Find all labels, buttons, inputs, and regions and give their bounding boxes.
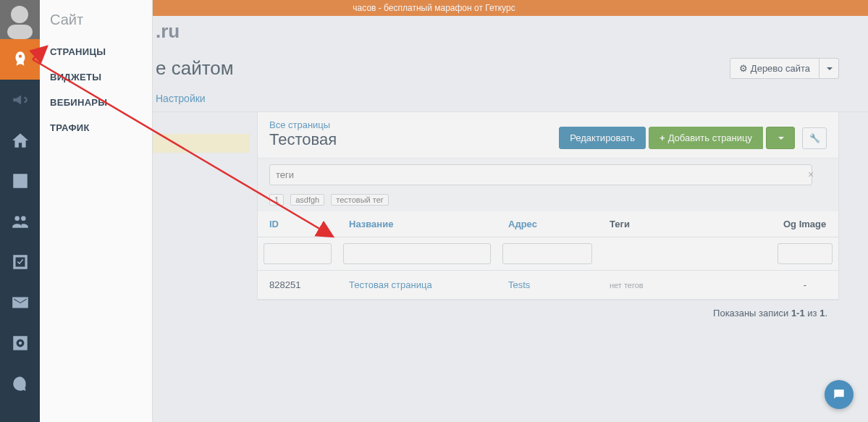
- add-page-caret[interactable]: [766, 127, 795, 149]
- tag-chip-1[interactable]: 1: [269, 194, 284, 206]
- tools-button[interactable]: [802, 127, 827, 149]
- pagination-suffix: .: [825, 308, 827, 318]
- pagination-of: из: [805, 308, 819, 318]
- site-domain: .ru: [40, 16, 868, 43]
- pagination-prefix: Показаны записи: [713, 308, 791, 318]
- chat-fab[interactable]: [825, 380, 854, 409]
- tabs-row: Настройки: [40, 93, 868, 112]
- nav-home-icon[interactable]: [0, 120, 40, 161]
- clear-tags-icon[interactable]: ×: [808, 169, 814, 180]
- filter-name-input[interactable]: [343, 243, 491, 264]
- cell-name-link[interactable]: Тестовая страница: [349, 279, 432, 290]
- content-panel: Все страницы Тестовая Редактировать Доба…: [257, 112, 839, 300]
- table-row[interactable]: 828251 Тестовая страница Tests нет тегов…: [258, 271, 838, 300]
- nav-chart-icon[interactable]: [0, 161, 40, 201]
- nav-users-icon[interactable]: [0, 201, 40, 242]
- col-id[interactable]: ID: [258, 211, 337, 237]
- site-tree-button[interactable]: Дерево сайта: [730, 58, 819, 79]
- cell-id: 828251: [258, 271, 337, 300]
- pages-table: ID Название Адрес Теги Og Image 828251: [258, 211, 838, 300]
- submenu-title: Сайт: [40, 0, 152, 39]
- submenu-panel: Сайт СТРАНИЦЫ ВИДЖЕТЫ ВЕБИНАРЫ ТРАФИК: [40, 0, 153, 422]
- nav-rocket-icon[interactable]: [0, 39, 40, 80]
- tab-settings[interactable]: Настройки: [156, 93, 206, 111]
- icon-rail: [0, 0, 40, 422]
- col-name[interactable]: Название: [337, 211, 497, 237]
- tag-filter-row: 1 asdfgh тестовый тег: [258, 191, 838, 211]
- col-tags: Теги: [598, 211, 772, 237]
- svg-point-1: [11, 6, 28, 23]
- add-page-button[interactable]: Добавить страницу: [649, 127, 763, 149]
- cell-tags: нет тегов: [610, 281, 644, 290]
- page-title: е сайтом: [156, 57, 234, 80]
- avatar[interactable]: [0, 0, 40, 39]
- cell-og: -: [772, 271, 838, 300]
- site-tree-label: Дерево сайта: [751, 63, 810, 74]
- all-pages-link[interactable]: Все страницы: [269, 119, 337, 130]
- submenu-item-pages[interactable]: СТРАНИЦЫ: [40, 39, 152, 64]
- chat-bubble-icon: [832, 387, 846, 402]
- submenu-item-traffic[interactable]: ТРАФИК: [40, 115, 152, 140]
- filter-og-input[interactable]: [778, 243, 833, 264]
- tags-input[interactable]: [269, 164, 812, 185]
- nav-mail-icon[interactable]: [0, 282, 40, 323]
- folder-title: Тестовая: [269, 130, 337, 148]
- banner-text: часов - бесплатный марафон от Геткурс: [353, 3, 515, 13]
- cell-url-link[interactable]: Tests: [508, 279, 530, 290]
- site-tree-button-group: Дерево сайта: [730, 58, 839, 79]
- pagination-range: 1-1: [791, 308, 805, 318]
- pagination-info: Показаны записи 1-1 из 1.: [257, 300, 839, 326]
- add-page-label: Добавить страницу: [668, 132, 752, 143]
- submenu-item-widgets[interactable]: ВИДЖЕТЫ: [40, 64, 152, 90]
- svg-rect-2: [7, 25, 33, 39]
- filter-url-input[interactable]: [502, 243, 592, 264]
- col-og: Og Image: [772, 211, 838, 237]
- col-url[interactable]: Адрес: [497, 211, 598, 237]
- submenu-item-webinars[interactable]: ВЕБИНАРЫ: [40, 90, 152, 115]
- tag-chip-3[interactable]: тестовый тег: [331, 194, 389, 206]
- edit-button[interactable]: Редактировать: [559, 127, 646, 149]
- filter-id-input[interactable]: [264, 243, 332, 264]
- site-tree-caret[interactable]: [819, 58, 839, 79]
- main-content: .ru е сайтом Дерево сайта Настройки Все …: [40, 16, 868, 422]
- nav-check-icon[interactable]: [0, 242, 40, 282]
- nav-megaphone-icon[interactable]: [0, 80, 40, 120]
- tag-chip-2[interactable]: asdfgh: [290, 194, 324, 206]
- nav-chat-icon[interactable]: [0, 363, 40, 404]
- nav-settings-box-icon[interactable]: [0, 323, 40, 363]
